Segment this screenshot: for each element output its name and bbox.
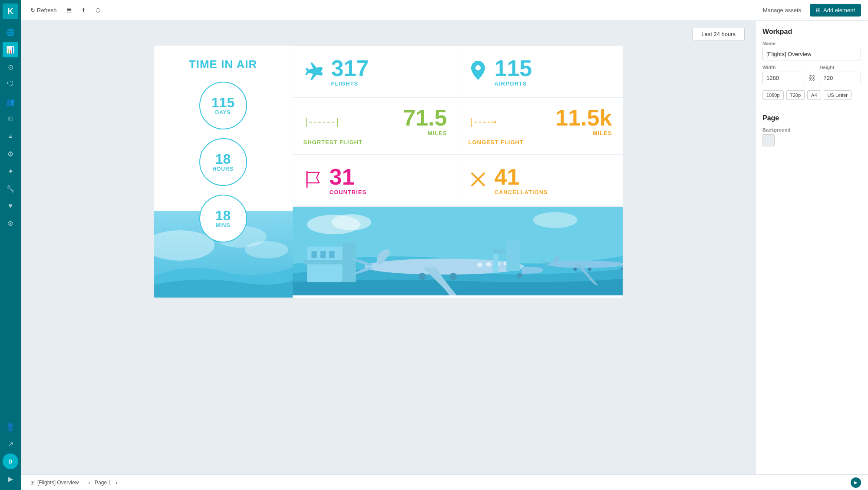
plane-icon bbox=[304, 60, 324, 83]
refresh-button[interactable]: ↻ Refresh bbox=[28, 5, 59, 15]
name-label: Name bbox=[762, 41, 861, 46]
countries-number: 31 bbox=[330, 166, 447, 188]
height-label: Height bbox=[820, 65, 861, 70]
app-logo[interactable]: K bbox=[3, 3, 18, 19]
svg-point-9 bbox=[533, 212, 577, 228]
flights-content: 317 FLIGHTS bbox=[331, 57, 447, 87]
svg-point-0 bbox=[154, 230, 215, 261]
play-button[interactable]: ▶ bbox=[851, 477, 861, 488]
sidebar-icon-d[interactable]: D bbox=[3, 454, 18, 469]
preset-usletter[interactable]: US Letter bbox=[824, 90, 851, 100]
dimension-row: Width ⛓ Height bbox=[762, 65, 861, 89]
sidebar-icon-gear[interactable]: ⚙ bbox=[3, 215, 18, 231]
longest-label: LONGEST FLIGHT bbox=[469, 139, 612, 146]
preset-a4[interactable]: A4 bbox=[807, 90, 821, 100]
background-swatch[interactable] bbox=[762, 134, 775, 146]
flag-icon bbox=[304, 170, 323, 192]
sidebar-icon-chart[interactable]: 📊 bbox=[3, 42, 18, 57]
airports-content: 115 AIRPORTS bbox=[495, 57, 612, 87]
sidebar-icon-sliders[interactable]: ⚙ bbox=[3, 146, 18, 162]
manage-assets-button[interactable]: Manage assets bbox=[759, 5, 805, 15]
svg-point-24 bbox=[547, 261, 623, 268]
days-stat: 115 DAYS bbox=[199, 82, 247, 129]
svg-point-21 bbox=[419, 273, 426, 280]
hours-number: 18 bbox=[215, 152, 231, 166]
save-icon-button[interactable]: ⬒ bbox=[64, 5, 74, 15]
preset-720p[interactable]: 720p bbox=[786, 90, 805, 100]
canvas-main: Last 24 hours TIME IN AIR 115 DAYS 18 HO… bbox=[21, 21, 755, 474]
countries-card: 31 COUNTRIES bbox=[293, 155, 458, 207]
save-icon: ⬒ bbox=[66, 7, 72, 13]
svg-point-16 bbox=[364, 258, 524, 275]
longest-unit: MILES bbox=[555, 130, 612, 136]
page-next-button[interactable]: › bbox=[114, 478, 119, 487]
sidebar-icon-heart[interactable]: ♥ bbox=[3, 198, 18, 214]
upload-button[interactable]: ⬆ bbox=[79, 5, 89, 15]
svg-point-25 bbox=[573, 268, 577, 271]
canvas-tab[interactable]: ⊞ [Flights] Overview bbox=[28, 478, 81, 487]
grid-icon: ⊞ bbox=[30, 480, 35, 486]
page-nav: ‹ Page 1 › bbox=[86, 478, 119, 487]
dashboard: TIME IN AIR 115 DAYS 18 HOURS 18 MINS bbox=[154, 46, 623, 298]
sidebar-icon-star[interactable]: ✦ bbox=[3, 163, 18, 179]
name-input[interactable] bbox=[762, 48, 861, 60]
airports-number: 115 bbox=[495, 57, 612, 79]
hours-stat: 18 HOURS bbox=[199, 138, 247, 186]
sidebar-icon-globe[interactable]: 🌐 bbox=[3, 24, 18, 40]
svg-rect-12 bbox=[320, 251, 325, 258]
time-in-air-title: TIME IN AIR bbox=[189, 58, 257, 71]
sidebar: K 🌐 📊 ⊙ 🛡 👥 ⧉ ≡ ⚙ ✦ 🔧 ♥ ⚙ 👤 ↗ D ▶ bbox=[0, 0, 21, 490]
svg-point-18 bbox=[486, 262, 491, 267]
svg-rect-28 bbox=[493, 251, 498, 273]
right-content: 317 FLIGHTS 115 bbox=[293, 46, 623, 297]
sidebar-icon-export[interactable]: ↗ bbox=[3, 436, 18, 452]
longest-value: 11.5k bbox=[555, 106, 612, 129]
scenic-area bbox=[293, 207, 623, 295]
page-label: Page 1 bbox=[95, 480, 111, 486]
sidebar-icon-play[interactable]: ▶ bbox=[3, 471, 18, 487]
longest-flight-card: |----→ 11.5k MILES LONGEST FLIGHT bbox=[458, 98, 623, 155]
preset-1080p[interactable]: 1080p bbox=[762, 90, 784, 100]
shortest-arrow-icon: |------| bbox=[304, 116, 339, 127]
svg-point-23 bbox=[517, 273, 522, 278]
svg-rect-13 bbox=[329, 251, 334, 258]
height-input[interactable] bbox=[820, 72, 861, 84]
svg-rect-15 bbox=[342, 242, 356, 282]
refresh-icon: ↻ bbox=[30, 7, 35, 13]
svg-point-22 bbox=[449, 273, 456, 280]
time-in-air-panel: TIME IN AIR 115 DAYS 18 HOURS 18 MINS bbox=[154, 46, 293, 298]
sidebar-icon-wrench[interactable]: 🔧 bbox=[3, 181, 18, 196]
shortest-label: SHORTEST FLIGHT bbox=[304, 139, 447, 146]
add-element-button[interactable]: ⊞ Add element bbox=[810, 4, 861, 17]
share-button[interactable]: ⬡ bbox=[93, 5, 103, 15]
right-panel: Workpad Name Width ⛓ Height 1080p bbox=[755, 21, 868, 474]
longest-arrow-icon: |----→ bbox=[469, 116, 495, 127]
flights-label: FLIGHTS bbox=[331, 80, 447, 87]
sidebar-icon-list[interactable]: ≡ bbox=[3, 129, 18, 144]
main-area: ↻ Refresh ⬒ ⬆ ⬡ Manage assets ⊞ Add elem… bbox=[21, 0, 868, 490]
countries-label: COUNTRIES bbox=[330, 189, 447, 195]
page-prev-button[interactable]: ‹ bbox=[86, 478, 92, 487]
svg-rect-11 bbox=[311, 251, 317, 258]
sidebar-icon-users[interactable]: 👥 bbox=[3, 94, 18, 109]
workpad-section: Workpad Name Width ⛓ Height 1080p bbox=[756, 21, 868, 107]
preset-row: 1080p 720p A4 US Letter bbox=[762, 90, 861, 100]
mins-number: 18 bbox=[215, 209, 231, 222]
sidebar-icon-shield[interactable]: 🛡 bbox=[3, 76, 18, 92]
cancellations-content: 41 CANCELLATIONS bbox=[495, 166, 612, 195]
height-group: Height bbox=[820, 65, 861, 89]
mins-stat: 18 MINS bbox=[199, 195, 247, 242]
flights-number: 317 bbox=[331, 57, 447, 79]
workpad-title: Workpad bbox=[762, 28, 861, 36]
width-input[interactable] bbox=[762, 72, 804, 84]
hours-label: HOURS bbox=[212, 166, 233, 172]
svg-point-2 bbox=[245, 241, 288, 258]
sidebar-icon-user[interactable]: 👤 bbox=[3, 419, 18, 434]
sidebar-icon-target[interactable]: ⊙ bbox=[3, 59, 18, 75]
sidebar-icon-layers[interactable]: ⧉ bbox=[3, 111, 18, 127]
width-group: Width bbox=[762, 65, 804, 89]
time-filter-button[interactable]: Last 24 hours bbox=[692, 28, 745, 40]
shortest-value: 71.5 bbox=[403, 106, 447, 129]
time-filter: Last 24 hours bbox=[692, 28, 745, 40]
stats-grid: 317 FLIGHTS 115 bbox=[293, 46, 623, 207]
